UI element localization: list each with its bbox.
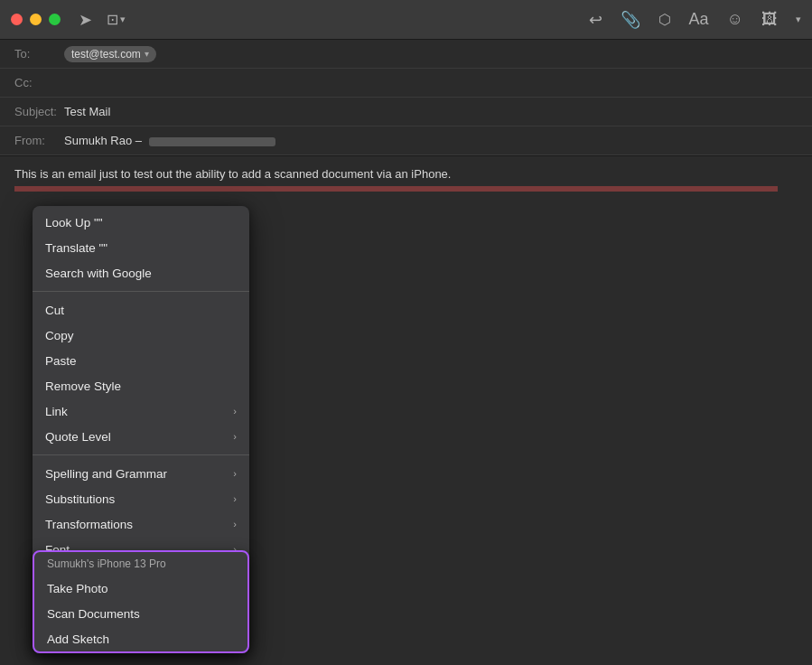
toolbar-icons: ↩ 📎 ⬡ Aa ☺ 🖼 ▾ [589, 10, 801, 30]
menu-item-lookup[interactable]: Look Up "" [33, 210, 249, 235]
title-bar: ➤ ⊡ ▾ ↩ 📎 ⬡ Aa ☺ 🖼 ▾ [0, 0, 812, 40]
quote-level-chevron-icon: › [233, 431, 237, 442]
menu-item-remove-style[interactable]: Remove Style [33, 373, 249, 398]
menu-item-quote-level[interactable]: Quote Level › [33, 424, 249, 449]
menu-item-link[interactable]: Link › [33, 398, 249, 424]
emoji-icon[interactable]: ☺ [727, 10, 743, 29]
to-label: To: [14, 47, 64, 61]
menu-item-cut[interactable]: Cut [33, 297, 249, 323]
device-item-take-photo[interactable]: Take Photo [34, 576, 247, 601]
body-text: This is an email just to test out the ab… [14, 167, 798, 181]
share-icon[interactable]: ⬡ [658, 11, 671, 28]
subject-label: Subject: [14, 105, 64, 118]
menu-item-spelling[interactable]: Spelling and Grammar › [33, 461, 249, 486]
menu-divider-1 [33, 291, 249, 292]
menu-item-copy[interactable]: Copy [33, 323, 249, 348]
menu-item-translate[interactable]: Translate "" [33, 235, 249, 260]
subject-value[interactable]: Test Mail [64, 105, 110, 118]
mail-fields: To: test@test.com Cc: Subject: Test Mail… [0, 40, 812, 156]
media-chevron-icon[interactable]: ▾ [796, 14, 801, 25]
menu-section-edit: Cut Copy Paste Remove Style Link › Quote… [33, 294, 249, 453]
compose-chevron-icon[interactable]: ▾ [120, 14, 126, 25]
from-value: Sumukh Rao – [64, 134, 275, 147]
to-field-row: To: test@test.com [0, 40, 812, 69]
from-label: From: [14, 134, 64, 147]
substitutions-chevron-icon: › [233, 493, 237, 504]
attachment-icon[interactable]: 📎 [621, 10, 640, 30]
device-item-add-sketch[interactable]: Add Sketch [34, 626, 247, 651]
close-button[interactable] [11, 14, 23, 25]
menu-section-lookup: Look Up "" Translate "" Search with Goog… [33, 206, 249, 289]
from-field-row: From: Sumukh Rao – [0, 126, 812, 155]
link-chevron-icon: › [233, 406, 237, 417]
menu-item-transformations[interactable]: Transformations › [33, 511, 249, 537]
maximize-button[interactable] [49, 14, 61, 25]
media-icon[interactable]: 🖼 [761, 10, 778, 29]
cc-field-row: Cc: [0, 69, 812, 98]
compose-mode-icon[interactable]: ⊡ [107, 11, 118, 28]
to-chip[interactable]: test@test.com [64, 46, 156, 62]
traffic-lights [11, 14, 61, 25]
reply-icon[interactable]: ↩ [589, 10, 602, 30]
context-menu: Look Up "" Translate "" Search with Goog… [33, 206, 249, 653]
subject-field-row: Subject: Test Mail [0, 98, 812, 126]
minimize-button[interactable] [30, 14, 42, 25]
transformations-chevron-icon: › [233, 519, 237, 529]
from-account-bar [149, 137, 275, 146]
font-icon[interactable]: Aa [689, 10, 709, 29]
menu-item-search-google[interactable]: Search with Google [33, 260, 249, 286]
selection-highlight [14, 186, 778, 192]
menu-item-substitutions[interactable]: Substitutions › [33, 486, 249, 511]
device-header: Sumukh's iPhone 13 Pro [34, 552, 247, 576]
send-icon[interactable]: ➤ [79, 10, 92, 30]
menu-item-paste[interactable]: Paste [33, 348, 249, 373]
spelling-chevron-icon: › [233, 468, 237, 479]
cc-label: Cc: [14, 76, 64, 89]
menu-divider-2 [33, 454, 249, 455]
device-item-scan-documents[interactable]: Scan Documents [34, 601, 247, 626]
device-submenu: Sumukh's iPhone 13 Pro Take Photo Scan D… [33, 550, 249, 653]
